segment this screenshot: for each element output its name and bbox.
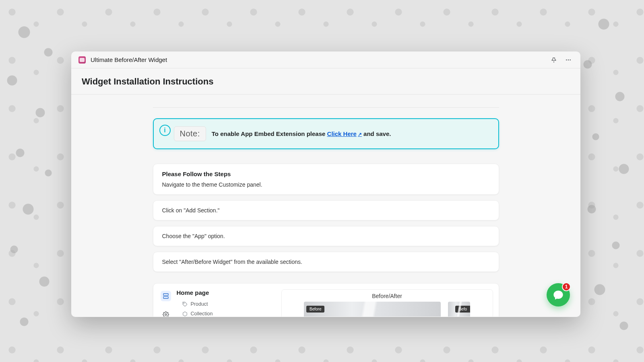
step-text: Click on "Add Section." (162, 207, 490, 214)
note-text: To enable App Embed Extension please Cli… (212, 130, 391, 137)
note-link-text: Click Here (327, 130, 357, 137)
before-after-row: Before Befo (287, 302, 487, 317)
step-card-2: Click on "Add Section." (153, 200, 499, 220)
rail-settings-button[interactable] (161, 309, 171, 317)
svg-point-2 (570, 59, 571, 60)
sidebar-item-collection[interactable]: Collection (175, 309, 276, 317)
step-text: Choose the "App" option. (162, 233, 490, 239)
chat-button[interactable]: 1 (547, 283, 570, 306)
theme-section-list: Home page Product Collection (175, 289, 276, 317)
sidebar-item-product[interactable]: Product (175, 299, 276, 309)
note-card: i Note: To enable App Embed Extension pl… (153, 118, 499, 149)
svg-rect-4 (163, 296, 168, 298)
chat-badge: 1 (562, 282, 571, 291)
pin-button[interactable] (549, 55, 559, 65)
step-card-3: Choose the "App" option. (153, 226, 499, 246)
svg-point-1 (568, 59, 569, 60)
pin-icon (551, 57, 557, 63)
step-card-4: Select "After/Before Widget" from the av… (153, 252, 499, 272)
tag-icon (182, 302, 188, 307)
step-card-1: Please Follow the Steps Navigate to the … (153, 164, 499, 195)
app-window: Ultimate Before/After Widget Widget Inst… (71, 51, 580, 317)
before-label-short: Befo (455, 306, 470, 313)
note-prefix: To enable App Embed Extension please (212, 130, 327, 137)
decor-dots-left (0, 0, 72, 362)
page-title: Widget Installation Instructions (82, 76, 570, 87)
theme-preview-card: Home page Product Collection (153, 283, 499, 317)
before-after-image-large: Before (304, 302, 441, 317)
content: i Note: To enable App Embed Extension pl… (153, 95, 499, 317)
decor-dots-right (572, 0, 644, 362)
before-after-title: Before/After (287, 293, 487, 299)
svg-rect-3 (163, 294, 168, 296)
info-icon: i (159, 125, 171, 136)
theme-sidebar-title: Home page (177, 289, 276, 296)
before-after-image-small: Befo (448, 302, 470, 317)
collection-icon (182, 311, 188, 317)
app-name: Ultimate Before/After Widget (91, 56, 167, 63)
more-button[interactable] (564, 55, 573, 65)
sections-icon (163, 293, 169, 299)
more-icon (565, 57, 572, 63)
page-header: Widget Installation Instructions (71, 68, 580, 95)
titlebar: Ultimate Before/After Widget (71, 51, 580, 68)
step-text: Select "After/Before Widget" from the av… (162, 259, 490, 265)
sidebar-item-label: Product (191, 301, 208, 307)
note-badge: Note: (174, 126, 206, 141)
rail-sections-button[interactable] (161, 291, 171, 301)
sidebar-item-label: Collection (191, 311, 213, 317)
note-link[interactable]: Click Here↗ (327, 130, 362, 137)
svg-point-0 (566, 59, 567, 60)
external-link-icon: ↗ (358, 132, 362, 137)
app-icon (78, 56, 86, 64)
chat-icon (553, 289, 564, 300)
steps-heading: Please Follow the Steps (162, 171, 490, 177)
svg-point-5 (165, 314, 167, 315)
theme-sidebar: Home page Product Collection (159, 289, 276, 317)
steps-list: Please Follow the Steps Navigate to the … (153, 164, 499, 317)
step-text: Navigate to the theme Customize panel. (162, 181, 490, 188)
scroll-area[interactable]: i Note: To enable App Embed Extension pl… (71, 95, 580, 317)
divider (153, 107, 499, 108)
svg-point-6 (183, 302, 184, 303)
gear-icon (163, 311, 169, 317)
note-suffix: and save. (362, 130, 391, 137)
theme-canvas: Before/After Before Befo (281, 289, 493, 317)
theme-rail (159, 289, 173, 317)
before-label: Before (306, 306, 324, 313)
